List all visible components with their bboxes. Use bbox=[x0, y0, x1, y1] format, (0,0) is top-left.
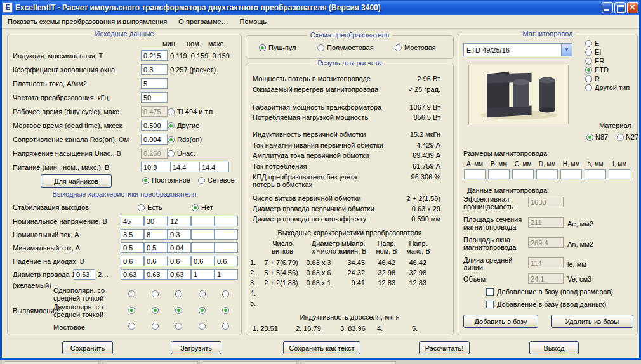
rect-r3-c1-radio[interactable] bbox=[128, 323, 135, 330]
current-density-input[interactable] bbox=[141, 78, 168, 89]
tl494-radio[interactable] bbox=[168, 108, 175, 115]
wire-dia-input-3[interactable] bbox=[168, 269, 191, 280]
wire-dia-input-4[interactable] bbox=[191, 269, 215, 280]
min-current-input-4[interactable] bbox=[191, 242, 215, 253]
core-type-ei-radio[interactable] bbox=[585, 49, 592, 56]
beginners-button[interactable]: Для чайников bbox=[41, 174, 112, 188]
fill-factor-input[interactable] bbox=[141, 64, 168, 75]
out-current-input-4[interactable] bbox=[191, 229, 215, 240]
core-type-e-radio[interactable] bbox=[585, 40, 592, 47]
material-n87-radio[interactable] bbox=[586, 134, 593, 141]
menu-show-schemes[interactable]: Показать схемы преобразования и выпрямле… bbox=[2, 16, 173, 27]
delete-from-db-button[interactable]: Удалить из базы bbox=[551, 315, 633, 328]
rect-r2-c1-radio[interactable] bbox=[128, 307, 135, 314]
dim-h2-input[interactable] bbox=[585, 169, 606, 179]
dc-supply-radio[interactable] bbox=[142, 177, 149, 184]
chevron-down-icon[interactable]: ▼ bbox=[561, 44, 572, 56]
supply-max-input[interactable] bbox=[199, 162, 229, 172]
induction-input[interactable] bbox=[141, 50, 168, 61]
diode-drop-input-2[interactable] bbox=[144, 256, 168, 266]
rect-r2-c3-radio[interactable] bbox=[175, 307, 182, 314]
out-voltage-input-2[interactable] bbox=[144, 216, 168, 226]
wire-dia-input-1[interactable] bbox=[121, 269, 144, 280]
add-db-data-checkbox[interactable] bbox=[486, 301, 494, 308]
ac-supply-radio[interactable] bbox=[198, 177, 205, 184]
ve-input[interactable] bbox=[528, 273, 564, 284]
dim-i-input[interactable] bbox=[609, 169, 630, 179]
dim-h-input[interactable] bbox=[560, 169, 582, 179]
rect-r1-c3-radio[interactable] bbox=[175, 290, 182, 297]
pushpull-radio[interactable] bbox=[259, 44, 266, 51]
core-type-other-radio[interactable] bbox=[585, 84, 592, 91]
dead-time-input[interactable] bbox=[141, 120, 168, 131]
diode-drop-input-4[interactable] bbox=[191, 256, 215, 266]
exit-button[interactable]: Выход bbox=[529, 341, 579, 354]
out-current-input-2[interactable] bbox=[144, 229, 168, 240]
taskbar-button[interactable] bbox=[301, 361, 396, 364]
supply-min-input[interactable] bbox=[141, 162, 171, 172]
dim-c-input[interactable] bbox=[512, 169, 534, 179]
min-current-input-3[interactable] bbox=[168, 242, 191, 253]
close-button[interactable] bbox=[627, 2, 638, 13]
rect-r1-c5-radio[interactable] bbox=[222, 290, 229, 297]
rect-r3-c3-radio[interactable] bbox=[175, 323, 182, 330]
rect-r1-c2-radio[interactable] bbox=[152, 290, 159, 297]
dim-a-input[interactable] bbox=[464, 169, 486, 179]
ae-input[interactable] bbox=[528, 217, 564, 228]
rect-r1-c1-radio[interactable] bbox=[128, 290, 135, 297]
usat-input[interactable] bbox=[141, 148, 168, 159]
menu-help[interactable]: Помощь bbox=[234, 16, 273, 27]
diode-drop-input-5[interactable] bbox=[215, 256, 238, 266]
rds-on-input[interactable] bbox=[141, 134, 168, 145]
an-input[interactable] bbox=[528, 237, 564, 248]
out-current-input-3[interactable] bbox=[168, 229, 191, 240]
halfbridge-radio[interactable] bbox=[317, 44, 324, 51]
min-current-input-5[interactable] bbox=[215, 242, 238, 253]
calculate-button[interactable]: Рассчитать! bbox=[419, 341, 470, 354]
add-db-sizes-checkbox[interactable] bbox=[486, 288, 494, 296]
frequency-input[interactable] bbox=[141, 92, 168, 103]
out-current-input-1[interactable] bbox=[121, 229, 144, 240]
save-button[interactable]: Сохранить bbox=[62, 341, 113, 354]
rect-r2-c5-radio[interactable] bbox=[222, 307, 229, 314]
add-to-db-button[interactable]: Добавить в базу bbox=[463, 315, 538, 328]
out-voltage-input-5[interactable] bbox=[215, 216, 238, 226]
wire-dia-first-input[interactable] bbox=[74, 269, 95, 280]
stab-no-radio[interactable] bbox=[192, 204, 199, 211]
dim-d-input[interactable] bbox=[536, 169, 558, 179]
material-n27-radio[interactable] bbox=[617, 134, 624, 141]
load-button[interactable]: Загрузить bbox=[171, 341, 221, 354]
le-input[interactable] bbox=[528, 257, 564, 268]
maximize-button[interactable] bbox=[614, 2, 626, 13]
wire-dia-input-5[interactable] bbox=[215, 269, 238, 280]
diode-drop-input-3[interactable] bbox=[168, 256, 191, 266]
diode-drop-input-1[interactable] bbox=[121, 256, 144, 266]
out-voltage-input-4[interactable] bbox=[191, 216, 215, 226]
core-type-etd-radio[interactable] bbox=[585, 67, 592, 74]
rect-r2-c4-radio[interactable] bbox=[199, 307, 206, 314]
min-current-input-1[interactable] bbox=[121, 242, 144, 253]
duty-cycle-input[interactable] bbox=[141, 106, 168, 117]
rect-r2-c2-radio[interactable] bbox=[152, 307, 159, 314]
rect-r3-c2-radio[interactable] bbox=[152, 323, 159, 330]
taskbar-button[interactable] bbox=[103, 361, 198, 364]
save-as-text-button[interactable]: Сохранить как текст bbox=[283, 341, 360, 354]
rdson-radio[interactable] bbox=[168, 136, 175, 143]
core-type-er-radio[interactable] bbox=[585, 58, 592, 65]
rect-r1-c4-radio[interactable] bbox=[199, 290, 206, 297]
rect-r3-c4-radio[interactable] bbox=[199, 323, 206, 330]
out-voltage-input-1[interactable] bbox=[121, 216, 144, 226]
dim-b-input[interactable] bbox=[488, 169, 510, 179]
menu-about[interactable]: О программе… bbox=[173, 16, 234, 27]
supply-nom-input[interactable] bbox=[170, 162, 200, 172]
taskbar-button[interactable] bbox=[202, 361, 297, 364]
rect-r3-c5-radio[interactable] bbox=[222, 323, 229, 330]
stab-yes-radio[interactable] bbox=[138, 204, 145, 211]
usat-radio[interactable] bbox=[168, 150, 175, 157]
min-current-input-2[interactable] bbox=[144, 242, 168, 253]
wire-dia-input-2[interactable] bbox=[144, 269, 168, 280]
core-type-r-radio[interactable] bbox=[585, 75, 592, 82]
permeability-input[interactable] bbox=[528, 197, 564, 207]
taskbar-button[interactable] bbox=[4, 361, 99, 364]
others-radio[interactable] bbox=[168, 122, 175, 129]
